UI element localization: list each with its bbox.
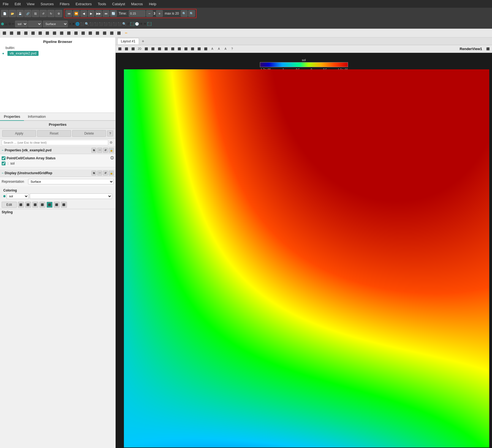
rt-btn5[interactable]: ⬛ bbox=[150, 46, 156, 52]
tb2-clock[interactable]: 🕐 bbox=[135, 22, 139, 26]
edit-icon7[interactable]: ⬛ bbox=[61, 202, 67, 208]
undo-button[interactable]: ↺ bbox=[40, 10, 47, 17]
tb3-btn13[interactable]: ⬛ bbox=[87, 30, 94, 36]
array-item-checkbox[interactable] bbox=[2, 162, 6, 165]
tb3-btn10[interactable]: ⬛ bbox=[66, 30, 72, 36]
display-collapse-icon[interactable]: − bbox=[2, 171, 4, 175]
display-icon-refresh[interactable]: ↺ bbox=[103, 171, 108, 176]
array-section-icon[interactable]: ⓘ bbox=[110, 156, 114, 160]
search-gear-icon[interactable]: ⚙ bbox=[108, 140, 114, 145]
rt-expand-btn[interactable]: ⬛ bbox=[485, 46, 491, 52]
tb3-btn17[interactable]: ⬛ bbox=[116, 30, 122, 36]
menu-catalyst[interactable]: Catalyst bbox=[111, 1, 126, 7]
tb3-btn1[interactable]: ⬛ bbox=[1, 30, 8, 36]
edit-icon1[interactable]: ⬛ bbox=[18, 202, 24, 208]
open-button[interactable]: 📂 bbox=[9, 10, 16, 17]
first-frame-button[interactable]: ⏮ bbox=[66, 10, 72, 17]
rt-btn9[interactable]: ⬛ bbox=[176, 46, 182, 52]
tb2-globe[interactable]: 🌐 bbox=[75, 22, 80, 26]
tb3-btn8[interactable]: ⬛ bbox=[51, 30, 58, 36]
rt-btn7[interactable]: ⬛ bbox=[163, 46, 169, 52]
rt-btn2[interactable]: ⬛ bbox=[123, 46, 129, 52]
tb3-btn5[interactable]: ⬛ bbox=[30, 30, 36, 36]
edit-button[interactable]: Edit bbox=[2, 202, 17, 208]
menu-macros[interactable]: Macros bbox=[130, 1, 144, 7]
tb3-btn12[interactable]: ⬛ bbox=[80, 30, 86, 36]
play-button[interactable]: ▶ bbox=[88, 10, 94, 17]
tb2-eye3[interactable]: ⬛ bbox=[147, 22, 151, 26]
visualization-canvas[interactable] bbox=[124, 69, 489, 447]
display-icon-copy[interactable]: ⧉ bbox=[91, 171, 96, 176]
render-canvas[interactable]: sol -1.7e+00 -1 -0.5 0 0.5 1.0e+00 bbox=[116, 53, 492, 448]
tb2-eye2[interactable]: 👁 bbox=[143, 22, 147, 26]
tb2-pts3[interactable]: ⬛ bbox=[99, 22, 103, 26]
menu-sources[interactable]: Sources bbox=[39, 1, 55, 7]
tb2-refresh[interactable]: ↺ bbox=[127, 22, 130, 26]
tb2-pts6[interactable]: ⬛ bbox=[113, 22, 117, 26]
tb2-btn3[interactable]: ✏ bbox=[12, 22, 15, 26]
display-icon-dots[interactable]: ⋯ bbox=[97, 171, 102, 176]
tab-information[interactable]: Information bbox=[24, 113, 50, 121]
tb3-btn2[interactable]: ⬛ bbox=[8, 30, 15, 36]
section-icon-dots[interactable]: ⋯ bbox=[97, 148, 102, 153]
tb3-btn6[interactable]: ⬛ bbox=[37, 30, 44, 36]
edit-icon6[interactable]: ⬛ bbox=[54, 202, 60, 208]
tb2-pts1[interactable]: ⬛ bbox=[89, 22, 94, 26]
step-forward-button[interactable]: ▶▶ bbox=[95, 10, 102, 17]
rt-btn10[interactable]: ⬛ bbox=[183, 46, 189, 52]
representation-dropdown[interactable]: Surface bbox=[28, 179, 114, 184]
tb2-search2[interactable]: 🔍 bbox=[122, 22, 126, 26]
step-back-button[interactable]: ◀ bbox=[80, 10, 87, 17]
settings-button[interactable]: ⚙ bbox=[55, 10, 62, 17]
prev-frame-button[interactable]: ⏪ bbox=[73, 10, 80, 17]
menu-edit[interactable]: Edit bbox=[13, 1, 22, 7]
tb2-btn1[interactable]: 🗂 bbox=[4, 22, 8, 26]
menu-file[interactable]: File bbox=[2, 1, 10, 7]
time-plus-button[interactable]: + bbox=[156, 10, 163, 17]
rt-2d-btn[interactable]: 2D bbox=[137, 46, 143, 52]
coloring-select2[interactable] bbox=[30, 193, 112, 199]
connect-button[interactable]: 🔗 bbox=[24, 10, 31, 17]
menu-help[interactable]: Help bbox=[148, 1, 157, 7]
rt-btn3[interactable]: ⬛ bbox=[130, 46, 136, 52]
tb2-cross2[interactable]: ✖ bbox=[72, 22, 75, 26]
display-icon-lock[interactable]: 🔒 bbox=[109, 171, 114, 176]
menu-filters[interactable]: Filters bbox=[59, 1, 70, 7]
rt-btn4[interactable]: ⬛ bbox=[143, 46, 149, 52]
tb2-pts7[interactable]: ⬛ bbox=[118, 22, 122, 26]
edit-icon4[interactable]: ⬛ bbox=[39, 202, 45, 208]
rt-btn13[interactable]: ⬛ bbox=[203, 46, 209, 52]
tb3-btn4[interactable]: ⬛ bbox=[23, 30, 29, 36]
disconnect-button[interactable]: ⛓ bbox=[32, 10, 39, 17]
reset-button[interactable]: Reset bbox=[37, 130, 71, 137]
tb2-eye[interactable]: 👁 bbox=[140, 22, 143, 26]
layout-tab-1[interactable]: Layout #1 bbox=[117, 38, 139, 44]
search-input[interactable] bbox=[2, 140, 108, 145]
section-icon-refresh[interactable]: ↺ bbox=[103, 148, 108, 153]
rt-btn6[interactable]: ⬛ bbox=[156, 46, 162, 52]
rt-btn15[interactable]: A bbox=[216, 46, 222, 52]
edit-icon5-active[interactable]: ⬛ bbox=[47, 202, 53, 208]
tb3-btn14[interactable]: ⬛ bbox=[94, 30, 101, 36]
tb2-pts4[interactable]: ⬛ bbox=[104, 22, 108, 26]
section-icon-lock[interactable]: 🔒 bbox=[109, 148, 114, 153]
apply-button[interactable]: Apply bbox=[2, 130, 36, 137]
menu-tools[interactable]: Tools bbox=[97, 1, 107, 7]
loop-button[interactable]: 🔄 bbox=[110, 10, 117, 17]
section-icon-copy[interactable]: ⧉ bbox=[91, 148, 96, 153]
collapse-icon[interactable]: − bbox=[2, 148, 4, 152]
layout-add-button[interactable]: + bbox=[140, 38, 146, 44]
tb2-active[interactable]: ⬛ bbox=[130, 22, 134, 26]
delete-button[interactable]: Delete bbox=[72, 130, 106, 137]
tb2-pts2[interactable]: ⬛ bbox=[94, 22, 98, 26]
save-button[interactable]: 💾 bbox=[17, 10, 24, 17]
edit-icon2[interactable]: ⬛ bbox=[25, 202, 31, 208]
last-frame-button[interactable]: ⏭ bbox=[103, 10, 109, 17]
representation-select[interactable]: Surface bbox=[43, 21, 68, 27]
rt-btn1[interactable]: ⬛ bbox=[117, 46, 123, 52]
menu-view[interactable]: View bbox=[26, 1, 36, 7]
tab-properties[interactable]: Properties bbox=[0, 113, 24, 121]
array-all-checkbox[interactable] bbox=[2, 156, 6, 160]
tb2-box[interactable]: ⬛ bbox=[80, 22, 84, 26]
source-select[interactable]: sol bbox=[15, 21, 28, 27]
